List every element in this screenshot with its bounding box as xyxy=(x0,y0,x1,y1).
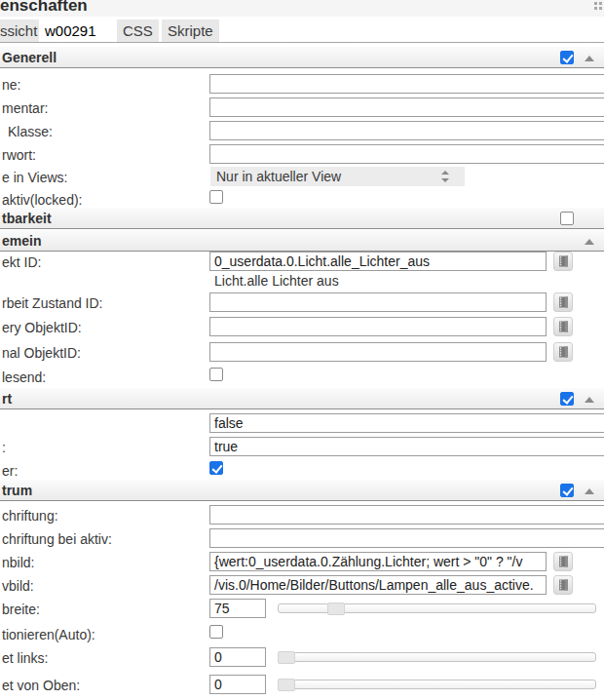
notebook-icon xyxy=(557,346,569,358)
select-id-button[interactable] xyxy=(553,342,573,362)
section-title: trum xyxy=(2,483,32,498)
tab-ansicht[interactable]: ssicht xyxy=(0,19,40,43)
field-label-oben: et von Oben: xyxy=(2,678,80,693)
field-label-kommentar: mentar: xyxy=(2,100,48,116)
field-label-beschriftung-aktiv: chriftung bei aktiv: xyxy=(2,531,112,547)
section-header-zentrum[interactable]: trum xyxy=(0,480,604,501)
slider-handle[interactable] xyxy=(327,603,345,615)
beschriftung-input[interactable] xyxy=(209,505,604,525)
panel-titlebar: enschaften xyxy=(0,0,604,17)
updown-icon xyxy=(441,171,449,182)
tab-widget[interactable]: w00291 xyxy=(39,19,102,43)
panel-title: enschaften xyxy=(0,0,88,16)
field-label-beschriftung: chriftung: xyxy=(2,508,58,524)
field-label-links: et links: xyxy=(2,650,48,666)
section-checkbox[interactable] xyxy=(560,51,574,64)
links-input[interactable] xyxy=(209,647,266,667)
breite-input[interactable] xyxy=(209,599,266,618)
field-label-breite: breite: xyxy=(2,602,40,617)
tabstrip-divider xyxy=(0,42,604,43)
bild-input[interactable] xyxy=(209,552,547,571)
notebook-icon xyxy=(557,579,569,591)
section-title: rt xyxy=(2,391,12,407)
css-klasse-input[interactable] xyxy=(209,121,604,140)
field-label-inverter: er: xyxy=(2,463,18,479)
tab-skripte[interactable]: Skripte xyxy=(162,19,219,43)
oben-slider[interactable] xyxy=(278,680,596,689)
section-title: emein xyxy=(2,233,41,249)
auto-checkbox[interactable] xyxy=(209,625,223,639)
field-label-signal-id: nal ObjektID: xyxy=(2,345,81,361)
field-label-battery-id: ery ObjektID: xyxy=(2,320,82,335)
notebook-icon xyxy=(557,296,569,308)
collapse-icon[interactable] xyxy=(585,239,594,245)
signal-id-input[interactable] xyxy=(209,342,547,362)
field-label-locked: aktiv(locked): xyxy=(2,192,82,208)
field-label-name: ne: xyxy=(2,77,20,93)
tab-strip: ssicht w00291 CSS Skripte xyxy=(0,17,604,43)
field-label-css-klasse: Klasse: xyxy=(8,124,53,139)
views-select[interactable]: Nur in aktueller View xyxy=(210,167,465,186)
properties-panel: enschaften ssicht w00291 CSS Skripte Gen… xyxy=(0,0,604,700)
collapse-icon[interactable] xyxy=(585,56,594,61)
inverter-checkbox[interactable] xyxy=(209,461,223,475)
select-id-button[interactable] xyxy=(553,317,573,336)
passwort-input[interactable] xyxy=(209,144,604,164)
slider-handle[interactable] xyxy=(278,679,295,691)
notebook-icon xyxy=(557,556,569,567)
tab-css[interactable]: CSS xyxy=(117,19,159,43)
section-title: Generell xyxy=(2,50,57,65)
beschriftung-aktiv-input[interactable] xyxy=(209,528,604,548)
objekt-id-input[interactable] xyxy=(209,252,547,271)
select-image-button[interactable] xyxy=(553,552,573,571)
locked-checkbox[interactable] xyxy=(209,190,223,204)
grip-icon[interactable] xyxy=(594,2,604,11)
field-label-lesend: lesend: xyxy=(2,369,46,385)
field-label-aktiv-bild: vbild: xyxy=(2,578,34,594)
field-label-zustand-id: rbeit Zustand ID: xyxy=(2,295,103,311)
field-label-objekt-id: ekt ID: xyxy=(2,254,41,270)
section-checkbox[interactable] xyxy=(560,212,574,225)
select-image-button[interactable] xyxy=(553,575,573,595)
lesend-checkbox[interactable] xyxy=(209,368,223,381)
wert-aus-input[interactable] xyxy=(209,413,604,433)
section-checkbox[interactable] xyxy=(560,392,574,406)
notebook-icon xyxy=(557,321,569,332)
collapse-icon[interactable] xyxy=(585,488,594,494)
section-header-generell[interactable]: Generell xyxy=(0,47,604,68)
aktiv-bild-input[interactable] xyxy=(209,575,547,595)
oben-input[interactable] xyxy=(209,675,266,694)
section-header-sichtbarkeit[interactable]: tbarkeit xyxy=(0,208,604,229)
section-header-wert[interactable]: rt xyxy=(0,388,604,409)
collapse-icon[interactable] xyxy=(585,397,594,403)
wert-an-input[interactable] xyxy=(209,437,604,456)
notebook-icon xyxy=(557,255,569,267)
zustand-id-input[interactable] xyxy=(209,292,547,312)
field-label-bild: nbild: xyxy=(2,555,34,570)
field-label-auto: tionieren(Auto): xyxy=(2,627,95,642)
field-label-passwort: rwort: xyxy=(2,147,36,163)
objekt-id-helper-text: Licht.alle Lichter aus xyxy=(214,273,339,289)
select-id-button[interactable] xyxy=(553,252,573,271)
section-title: tbarkeit xyxy=(2,211,52,226)
section-checkbox[interactable] xyxy=(560,484,574,497)
slider-handle[interactable] xyxy=(278,651,295,664)
field-label-wert-an: : xyxy=(2,440,6,455)
name-input[interactable] xyxy=(209,74,604,94)
section-header-allgemein[interactable]: emein xyxy=(0,230,604,252)
select-id-button[interactable] xyxy=(553,292,573,312)
breite-slider[interactable] xyxy=(278,603,596,613)
views-select-value: Nur in aktueller View xyxy=(216,169,341,184)
kommentar-input[interactable] xyxy=(209,97,604,117)
battery-id-input[interactable] xyxy=(209,317,547,336)
links-slider[interactable] xyxy=(278,652,596,662)
field-label-views: e in Views: xyxy=(2,170,67,185)
